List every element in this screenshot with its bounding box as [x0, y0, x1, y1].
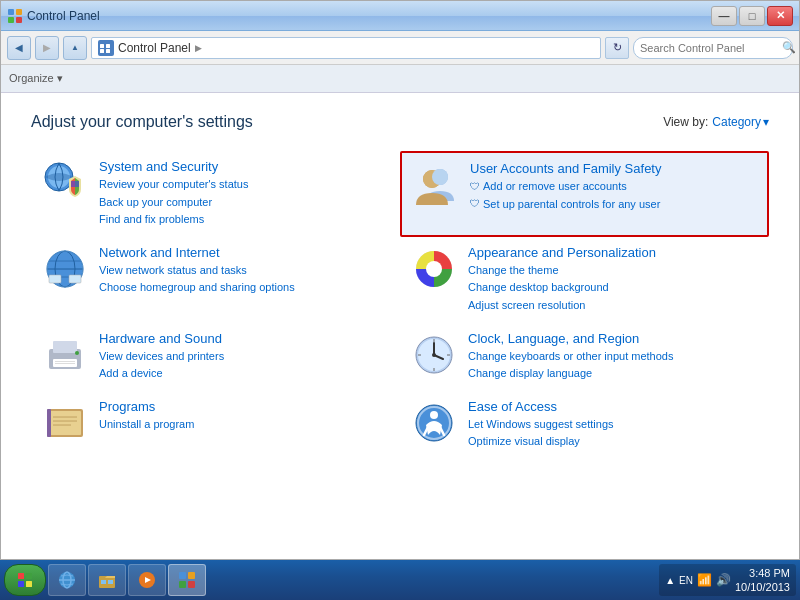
svg-rect-5	[106, 44, 110, 48]
appearance-link-2[interactable]: Adjust screen resolution	[468, 297, 759, 315]
windows-logo-icon	[17, 572, 33, 588]
refresh-button[interactable]: ↻	[605, 37, 629, 59]
network-link-1[interactable]: Choose homegroup and sharing options	[99, 279, 390, 297]
shield-blue-icon-0: 🛡	[470, 179, 480, 195]
system-link-0[interactable]: Review your computer's status	[99, 176, 390, 194]
svg-rect-30	[55, 363, 75, 364]
category-network: Network and Internet View network status…	[31, 237, 400, 323]
path-icon	[98, 40, 114, 56]
svg-rect-23	[69, 275, 81, 283]
window-controls: — □ ✕	[711, 6, 793, 26]
window-title: Control Panel	[27, 9, 707, 23]
system-title[interactable]: System and Security	[99, 159, 390, 174]
hardware-link-0[interactable]: View devices and printers	[99, 348, 390, 366]
taskbar-media[interactable]	[128, 564, 166, 596]
taskbar: ▲ EN 📶 🔊 3:48 PM 10/10/2013	[0, 560, 800, 600]
close-button[interactable]: ✕	[767, 6, 793, 26]
clock-link-1[interactable]: Change display language	[468, 365, 759, 383]
programs-title[interactable]: Programs	[99, 399, 390, 414]
appearance-link-0[interactable]: Change the theme	[468, 262, 759, 280]
system-text: System and Security Review your computer…	[99, 159, 390, 229]
appearance-title[interactable]: Appearance and Personalization	[468, 245, 759, 260]
svg-rect-29	[55, 361, 75, 362]
network-text: Network and Internet View network status…	[99, 245, 390, 297]
network-title[interactable]: Network and Internet	[99, 245, 390, 260]
search-input[interactable]	[640, 42, 778, 54]
forward-button[interactable]: ▶	[35, 36, 59, 60]
category-ease: Ease of Access Let Windows suggest setti…	[400, 391, 769, 459]
page-header: Adjust your computer's settings View by:…	[31, 113, 769, 131]
hardware-link-1[interactable]: Add a device	[99, 365, 390, 383]
svg-rect-66	[188, 581, 195, 588]
svg-point-25	[426, 261, 442, 277]
main-window: Control Panel — □ ✕ ◀ ▶ ▲ Control Panel …	[0, 0, 800, 560]
view-by-dropdown[interactable]: Category ▾	[712, 115, 769, 129]
system-link-1[interactable]: Back up your computer	[99, 194, 390, 212]
categories-grid: System and Security Review your computer…	[31, 151, 769, 459]
users-title[interactable]: User Accounts and Family Safety	[470, 161, 757, 176]
appearance-link-1[interactable]: Change desktop background	[468, 279, 759, 297]
svg-rect-60	[108, 580, 113, 584]
taskbar-controlpanel[interactable]	[168, 564, 206, 596]
shield-blue-icon-1: 🛡	[470, 196, 480, 212]
taskbar-explorer[interactable]	[88, 564, 126, 596]
start-button[interactable]	[4, 564, 46, 596]
main-panel: Adjust your computer's settings View by:…	[1, 93, 799, 559]
system-tray: ▲ EN 📶 🔊 3:48 PM 10/10/2013	[659, 564, 796, 596]
media-player-icon	[137, 570, 157, 590]
svg-rect-64	[188, 572, 195, 579]
svg-rect-0	[8, 9, 14, 15]
network-tray-icon: 📶	[697, 573, 712, 587]
users-link-0[interactable]: 🛡 Add or remove user accounts	[470, 178, 757, 196]
category-appearance: Appearance and Personalization Change th…	[400, 237, 769, 323]
taskbar-ie[interactable]	[48, 564, 86, 596]
ease-link-1[interactable]: Optimize visual display	[468, 433, 759, 451]
programs-link-0[interactable]: Uninstall a program	[99, 416, 390, 434]
search-icon: 🔍	[782, 41, 796, 54]
svg-rect-4	[100, 44, 104, 48]
organize-button[interactable]: Organize ▾	[9, 72, 63, 85]
show-hidden-icon[interactable]: ▲	[665, 575, 675, 586]
ease-icon	[410, 399, 458, 447]
category-users: User Accounts and Family Safety 🛡 Add or…	[400, 151, 769, 237]
explorer-icon	[97, 570, 117, 590]
svg-point-37	[432, 353, 436, 357]
appearance-icon	[410, 245, 458, 293]
svg-rect-53	[18, 581, 24, 587]
svg-rect-22	[49, 275, 61, 283]
users-link-1[interactable]: 🛡 Set up parental controls for any user	[470, 196, 757, 214]
view-by: View by: Category ▾	[663, 115, 769, 129]
ease-title[interactable]: Ease of Access	[468, 399, 759, 414]
view-by-value: Category	[712, 115, 761, 129]
maximize-button[interactable]: □	[739, 6, 765, 26]
svg-rect-7	[106, 49, 110, 53]
category-hardware: Hardware and Sound View devices and prin…	[31, 323, 400, 391]
svg-point-14	[432, 169, 448, 185]
content-area: Adjust your computer's settings View by:…	[1, 93, 799, 559]
clock-title[interactable]: Clock, Language, and Region	[468, 331, 759, 346]
category-clock: Clock, Language, and Region Change keybo…	[400, 323, 769, 391]
tray-clock[interactable]: 3:48 PM 10/10/2013	[735, 566, 790, 595]
svg-rect-51	[18, 573, 24, 579]
tray-date: 10/10/2013	[735, 580, 790, 594]
network-link-0[interactable]: View network status and tasks	[99, 262, 390, 280]
system-link-2[interactable]: Find and fix problems	[99, 211, 390, 229]
up-button[interactable]: ▲	[63, 36, 87, 60]
hardware-title[interactable]: Hardware and Sound	[99, 331, 390, 346]
ease-link-0[interactable]: Let Windows suggest settings	[468, 416, 759, 434]
category-programs: Programs Uninstall a program	[31, 391, 400, 459]
svg-point-50	[430, 411, 438, 419]
toolbar: Organize ▾	[1, 65, 799, 93]
clock-link-0[interactable]: Change keyboards or other input methods	[468, 348, 759, 366]
path-arrow: ▶	[195, 43, 202, 53]
svg-rect-63	[179, 572, 186, 579]
clock-icon	[410, 331, 458, 379]
ie-icon	[57, 570, 77, 590]
hardware-text: Hardware and Sound View devices and prin…	[99, 331, 390, 383]
minimize-button[interactable]: —	[711, 6, 737, 26]
address-path[interactable]: Control Panel ▶	[91, 37, 601, 59]
svg-rect-59	[101, 580, 106, 584]
back-button[interactable]: ◀	[7, 36, 31, 60]
language-icon: EN	[679, 575, 693, 586]
users-text: User Accounts and Family Safety 🛡 Add or…	[470, 161, 757, 213]
